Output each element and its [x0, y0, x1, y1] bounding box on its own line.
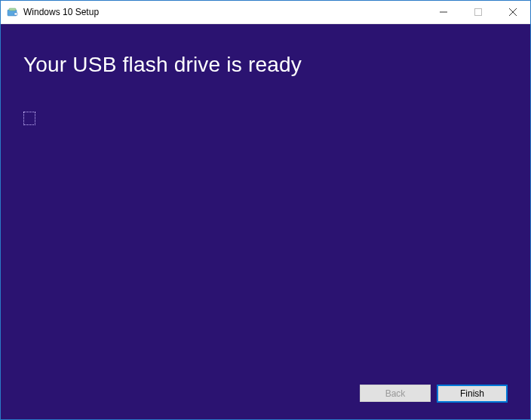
finish-button[interactable]: Finish: [437, 385, 508, 403]
maximize-button: [461, 1, 496, 23]
setup-window: Windows 10 Setup Your USB flash drive is…: [0, 0, 531, 420]
page-heading: Your USB flash drive is ready: [23, 53, 508, 77]
app-icon: [7, 6, 19, 18]
content-area: Your USB flash drive is ready Back Finis…: [1, 24, 530, 419]
usb-drive-link[interactable]: [23, 112, 35, 125]
window-controls: [426, 1, 530, 23]
window-title: Windows 10 Setup: [23, 7, 426, 17]
footer-buttons: Back Finish: [23, 385, 508, 404]
titlebar: Windows 10 Setup: [1, 1, 530, 24]
close-button[interactable]: [496, 1, 530, 23]
svg-rect-4: [475, 9, 482, 16]
svg-rect-2: [14, 13, 17, 15]
minimize-button[interactable]: [426, 1, 461, 23]
back-button: Back: [360, 385, 431, 402]
svg-rect-1: [9, 8, 16, 11]
